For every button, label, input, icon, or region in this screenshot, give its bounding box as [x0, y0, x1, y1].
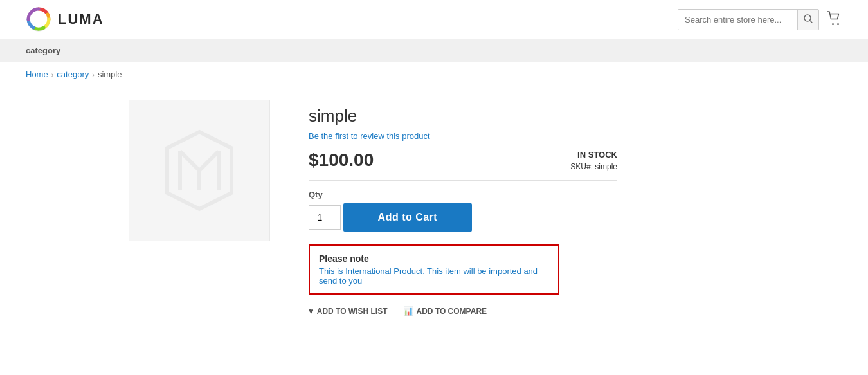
cart-button[interactable]: [827, 11, 842, 28]
logo-area[interactable]: LUMA: [26, 6, 104, 32]
breadcrumb-current: simple: [98, 69, 122, 79]
product-name: simple: [309, 106, 617, 126]
heart-icon: ♥: [309, 306, 314, 316]
product-details: simple Be the first to review this produ…: [309, 100, 617, 316]
price-stock-row: $100.00 IN STOCK SKU#: simple: [309, 150, 617, 181]
compare-icon: 📊: [403, 306, 413, 316]
breadcrumb-home[interactable]: Home: [26, 69, 48, 79]
svg-point-3: [832, 23, 834, 25]
product-image-box: [129, 100, 270, 241]
add-to-cart-button[interactable]: Add to Cart: [343, 203, 472, 232]
breadcrumb-category[interactable]: category: [57, 69, 89, 79]
svg-point-4: [837, 23, 839, 25]
breadcrumb-sep-1: ›: [51, 71, 54, 78]
note-text: This is International Product. This item…: [319, 266, 549, 286]
product-placeholder-icon: [161, 125, 238, 215]
cart-icon: [827, 11, 842, 26]
review-link[interactable]: Be the first to review this product: [309, 131, 617, 141]
stock-status: IN STOCK: [570, 150, 617, 160]
add-to-compare-button[interactable]: 📊 ADD TO COMPARE: [403, 306, 487, 316]
search-icon: [804, 14, 813, 23]
logo-text: LUMA: [58, 11, 104, 28]
sku-value: simple: [595, 162, 617, 171]
product-image-area: [129, 100, 270, 316]
sku-line: SKU#: simple: [570, 162, 617, 171]
qty-label: Qty: [309, 190, 617, 199]
sku-label: SKU#:: [570, 162, 593, 171]
compare-label: ADD TO COMPARE: [417, 307, 487, 316]
nav-category[interactable]: category: [26, 46, 60, 55]
product-price: $100.00: [309, 150, 374, 170]
header-right: [678, 9, 842, 30]
stock-sku: IN STOCK SKU#: simple: [570, 150, 617, 171]
search-input[interactable]: [678, 10, 797, 29]
add-to-wishlist-button[interactable]: ♥ ADD TO WISH LIST: [309, 306, 388, 316]
breadcrumb: Home › category › simple: [0, 62, 868, 87]
svg-line-2: [810, 21, 812, 23]
wishlist-label: ADD TO WISH LIST: [317, 307, 388, 316]
search-button[interactable]: [797, 10, 818, 30]
nav-bar[interactable]: category: [0, 39, 868, 62]
logo-icon: [26, 6, 51, 32]
note-title: Please note: [319, 253, 549, 264]
breadcrumb-sep-2: ›: [92, 71, 95, 78]
header: LUMA: [0, 0, 868, 39]
qty-input[interactable]: [309, 205, 341, 230]
search-bar[interactable]: [678, 9, 819, 30]
note-box: Please note This is International Produc…: [309, 244, 559, 295]
action-links: ♥ ADD TO WISH LIST 📊 ADD TO COMPARE: [309, 306, 617, 316]
product-page: simple Be the first to review this produ…: [0, 87, 868, 342]
